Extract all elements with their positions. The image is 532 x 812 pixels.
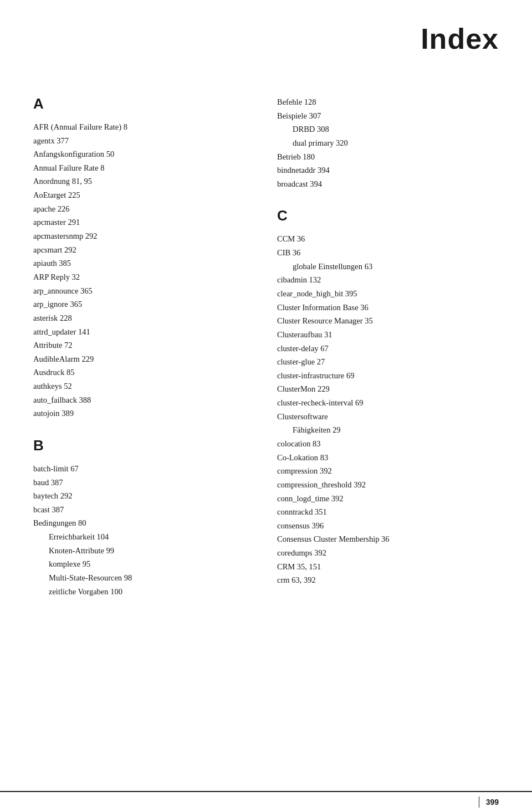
bottom-bar: 399 bbox=[0, 791, 532, 812]
entry-zeitliche-vorgaben: zeitliche Vorgaben 100 bbox=[33, 585, 255, 599]
entry-crm-lower: crm 63, 392 bbox=[277, 573, 499, 587]
section-letter-a: A bbox=[33, 92, 255, 116]
entry-beispiele: Beispiele 307 bbox=[277, 109, 499, 123]
entry-clustersoftware: Clustersoftware bbox=[277, 410, 499, 424]
entry-attribute: Attribute 72 bbox=[33, 338, 255, 352]
entry-baytech: baytech 292 bbox=[33, 489, 255, 503]
entry-consensus: consensus 396 bbox=[277, 519, 499, 533]
entry-aoetarget: AoEtarget 225 bbox=[33, 188, 255, 202]
entry-anfangskonfiguration: Anfangskonfiguration 50 bbox=[33, 147, 255, 161]
entry-bindnetaddr: bindnetaddr 394 bbox=[277, 163, 499, 177]
entry-dual-primary: dual primary 320 bbox=[277, 136, 499, 150]
entry-apcmastersnmp: apcmastersnmp 292 bbox=[33, 229, 255, 243]
entry-bedingungen: Bedingungen 80 bbox=[33, 516, 255, 530]
entry-clear-node-high-bit: clear_node_high_bit 395 bbox=[277, 287, 499, 301]
entry-compression-threshold: compression_threshold 392 bbox=[277, 478, 499, 492]
entry-coredumps: coredumps 392 bbox=[277, 546, 499, 560]
entry-consensus-cluster-membership: Consensus Cluster Membership 36 bbox=[277, 532, 499, 546]
entry-befehle: Befehle 128 bbox=[277, 95, 499, 109]
entry-arp-ignore: arp_ignore 365 bbox=[33, 297, 255, 311]
entry-clusteraufbau: Clusteraufbau 31 bbox=[277, 328, 499, 342]
entry-erreichbarkeit: Erreichbarkeit 104 bbox=[33, 530, 255, 544]
entry-baud: baud 387 bbox=[33, 476, 255, 490]
entry-apcsmart: apcsmart 292 bbox=[33, 243, 255, 257]
entry-conntrackd: conntrackd 351 bbox=[277, 505, 499, 519]
entry-cib: CIB 36 bbox=[277, 246, 499, 260]
page-container: Index A AFR (Annual Failure Rate) 8 agen… bbox=[0, 0, 532, 812]
entry-cluster-information-base: Cluster Information Base 36 bbox=[277, 301, 499, 315]
entry-attrd-updater: attrd_updater 141 bbox=[33, 325, 255, 339]
entry-komplexe: komplexe 95 bbox=[33, 557, 255, 571]
entry-broadcast: broadcast 394 bbox=[277, 177, 499, 191]
left-column: A AFR (Annual Failure Rate) 8 agentx 377… bbox=[33, 89, 255, 598]
entry-audiblealarm: AudibleAlarm 229 bbox=[33, 352, 255, 366]
entry-fahigkeiten: Fähigkeiten 29 bbox=[277, 423, 499, 437]
section-letter-b: B bbox=[33, 434, 255, 458]
entry-batch-limit: batch-limit 67 bbox=[33, 462, 255, 476]
entry-autojoin: autojoin 389 bbox=[33, 407, 255, 420]
entry-globale-einstellungen: globale Einstellungen 63 bbox=[277, 260, 499, 274]
entry-arp-announce: arp_announce 365 bbox=[33, 284, 255, 298]
entry-cluster-glue: cluster-glue 27 bbox=[277, 355, 499, 369]
entry-conn-logd-time: conn_logd_time 392 bbox=[277, 492, 499, 506]
entry-co-lokation: Co-Lokation 83 bbox=[277, 451, 499, 465]
entry-crm-upper: CRM 35, 151 bbox=[277, 560, 499, 574]
entry-ccm: CCM 36 bbox=[277, 232, 499, 246]
entry-colocation: colocation 83 bbox=[277, 437, 499, 451]
entry-anordnung: Anordnung 81, 95 bbox=[33, 174, 255, 188]
entry-agentx: agentx 377 bbox=[33, 134, 255, 148]
entry-asterisk: asterisk 228 bbox=[33, 311, 255, 325]
columns-wrapper: A AFR (Annual Failure Rate) 8 agentx 377… bbox=[33, 89, 499, 598]
page-number: 399 bbox=[486, 798, 499, 806]
entry-apcmaster: apcmaster 291 bbox=[33, 215, 255, 229]
entry-authkeys: authkeys 52 bbox=[33, 379, 255, 393]
page-divider bbox=[479, 796, 479, 808]
entry-cluster-recheck-interval: cluster-recheck-interval 69 bbox=[277, 396, 499, 410]
entry-cluster-resource-manager: Cluster Resource Manager 35 bbox=[277, 314, 499, 328]
section-letter-c: C bbox=[277, 204, 499, 228]
entry-auto-failback: auto_failback 388 bbox=[33, 393, 255, 407]
entry-ausdruck: Ausdruck 85 bbox=[33, 366, 255, 379]
entry-multi-state-resourcen: Multi-State-Resourcen 98 bbox=[33, 571, 255, 585]
entry-cibadmin: cibadmin 132 bbox=[277, 273, 499, 287]
entry-knoten-attribute: Knoten-Attribute 99 bbox=[33, 544, 255, 558]
right-column: Befehle 128 Beispiele 307 DRBD 308 dual … bbox=[277, 89, 499, 587]
entry-bcast: bcast 387 bbox=[33, 503, 255, 517]
entry-arp-reply: ARP Reply 32 bbox=[33, 270, 255, 284]
entry-clustermon: ClusterMon 229 bbox=[277, 382, 499, 396]
entry-betrieb: Betrieb 180 bbox=[277, 150, 499, 164]
page-title: Index bbox=[33, 22, 499, 55]
entry-drbd: DRBD 308 bbox=[277, 122, 499, 136]
entry-compression: compression 392 bbox=[277, 464, 499, 478]
entry-cluster-delay: cluster-delay 67 bbox=[277, 342, 499, 356]
entry-apache: apache 226 bbox=[33, 202, 255, 216]
entry-apiauth: apiauth 385 bbox=[33, 256, 255, 270]
entry-annual-failure-rate: Annual Failure Rate 8 bbox=[33, 161, 255, 175]
entry-cluster-infrastructure: cluster-infrastructure 69 bbox=[277, 369, 499, 383]
entry-afr: AFR (Annual Failure Rate) 8 bbox=[33, 120, 255, 134]
